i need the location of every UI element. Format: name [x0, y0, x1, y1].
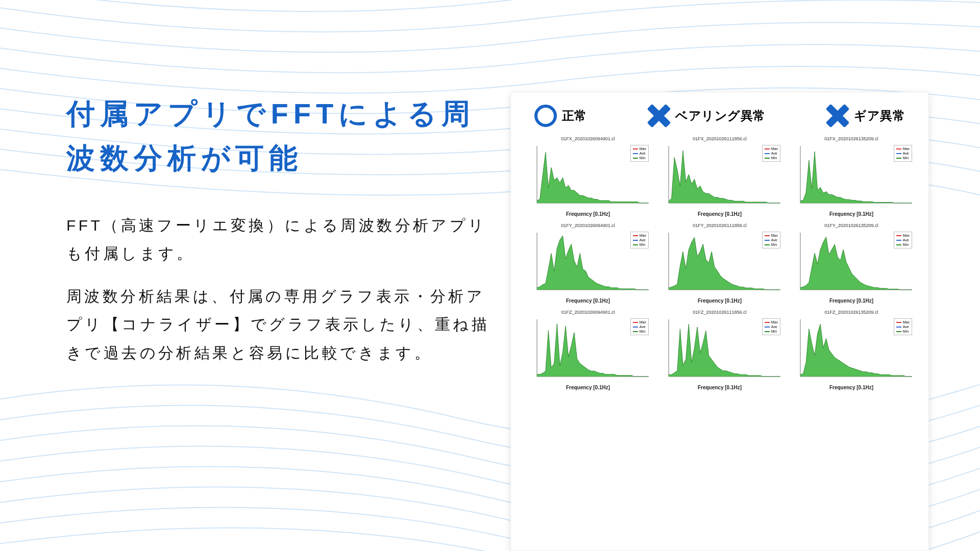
paragraph-2: 周波数分析結果は、付属の専用グラフ表示・分析アプリ【コナライザー】でグラフ表示し…	[66, 282, 490, 367]
chart-legend: Max Ave Min	[894, 232, 912, 248]
chart-legend: Max Ave Min	[630, 318, 649, 335]
status-normal: 正常	[534, 105, 587, 127]
fft-chart: 01FY_20201026094901.cl Max Ave Min Frequ…	[524, 223, 652, 307]
chart-title: 01FY_20201026094901.cl	[524, 223, 652, 229]
chart-legend: Max Ave Min	[762, 318, 780, 335]
chart-title: 01FZ_20201026094901.cl	[524, 310, 652, 315]
chart-x-label: Frequency [0.1Hz]	[656, 385, 783, 390]
chart-box: Max Ave Min	[788, 143, 915, 209]
chart-box: Max Ave Min	[656, 230, 783, 296]
status-gear-abnormal: ギア異常	[826, 105, 905, 127]
page-title: 付属アプリでFFTによる周波数分析が可能	[66, 92, 490, 181]
cross-icon	[826, 105, 849, 127]
status-label: ギア異常	[854, 108, 905, 124]
chart-x-label: Frequency [0.1Hz]	[788, 385, 915, 390]
status-label: ベアリング異常	[675, 108, 765, 124]
chart-x-label: Frequency [0.1Hz]	[524, 211, 652, 217]
chart-box: Max Ave Min	[788, 230, 915, 296]
status-bearing-abnormal: ベアリング異常	[648, 105, 765, 127]
chart-legend: Max Ave Min	[894, 318, 912, 335]
chart-x-label: Frequency [0.1Hz]	[524, 385, 652, 390]
chart-x-label: Frequency [0.1Hz]	[656, 298, 783, 304]
status-label: 正常	[562, 108, 587, 124]
chart-legend: Max Ave Min	[762, 145, 780, 162]
status-row: 正常 ベアリング異常 ギア異常	[524, 105, 915, 132]
chart-box: Max Ave Min	[788, 316, 915, 383]
chart-x-label: Frequency [0.1Hz]	[788, 211, 915, 217]
chart-title: 01FY_20201026135209.cl	[788, 223, 915, 229]
text-block: 付属アプリでFFTによる周波数分析が可能 FFT（高速フーリエ変換）による周波数…	[66, 92, 510, 551]
chart-title: 01FY_20201026111856.cl	[656, 223, 783, 229]
chart-legend: Max Ave Min	[762, 232, 780, 248]
chart-x-label: Frequency [0.1Hz]	[656, 211, 783, 217]
chart-x-label: Frequency [0.1Hz]	[788, 298, 915, 304]
chart-box: Max Ave Min	[656, 143, 783, 209]
fft-chart: 01FY_20201026111856.cl Max Ave Min Frequ…	[656, 223, 783, 307]
chart-title: 01FZ_20201026135209.cl	[788, 310, 915, 315]
chart-box: Max Ave Min	[524, 230, 652, 296]
chart-x-label: Frequency [0.1Hz]	[524, 298, 652, 304]
fft-chart: 01FZ_20201026111856.cl Max Ave Min Frequ…	[656, 310, 783, 393]
chart-panel: 正常 ベアリング異常 ギア異常 01FX_20201026094901.cl M…	[510, 92, 929, 551]
chart-legend: Max Ave Min	[630, 145, 649, 162]
fft-chart: 01FX_20201026135209.cl Max Ave Min Frequ…	[788, 136, 915, 220]
chart-title: 01FX_20201026135209.cl	[788, 136, 915, 142]
cross-icon	[648, 105, 670, 127]
paragraph-1: FFT（高速フーリエ変換）による周波数分析アプリも付属します。	[66, 211, 490, 268]
chart-title: 01FZ_20201026111856.cl	[656, 310, 783, 315]
slide: 付属アプリでFFTによる周波数分析が可能 FFT（高速フーリエ変換）による周波数…	[0, 0, 980, 551]
chart-box: Max Ave Min	[524, 143, 652, 209]
chart-legend: Max Ave Min	[630, 232, 649, 248]
fft-chart: 01FX_20201026094901.cl Max Ave Min Frequ…	[524, 136, 652, 220]
chart-box: Max Ave Min	[656, 316, 783, 383]
fft-chart: 01FY_20201026135209.cl Max Ave Min Frequ…	[788, 223, 915, 307]
chart-legend: Max Ave Min	[894, 145, 912, 162]
circle-icon	[534, 105, 557, 127]
fft-chart: 01FX_20201026111856.cl Max Ave Min Frequ…	[656, 136, 783, 220]
chart-box: Max Ave Min	[524, 316, 652, 383]
chart-grid: 01FX_20201026094901.cl Max Ave Min Frequ…	[524, 136, 915, 393]
chart-title: 01FX_20201026111856.cl	[656, 136, 783, 142]
fft-chart: 01FZ_20201026135209.cl Max Ave Min Frequ…	[788, 310, 915, 393]
chart-title: 01FX_20201026094901.cl	[524, 136, 652, 142]
fft-chart: 01FZ_20201026094901.cl Max Ave Min Frequ…	[524, 310, 652, 393]
